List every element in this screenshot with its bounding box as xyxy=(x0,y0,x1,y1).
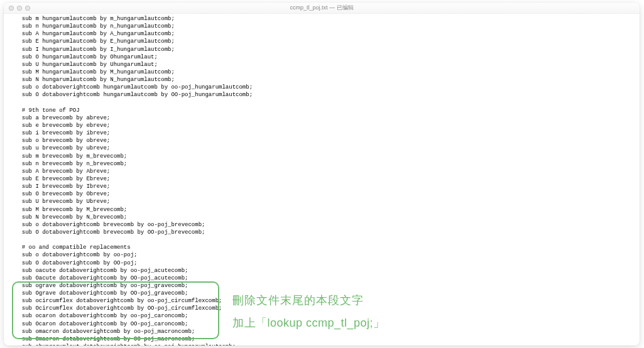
annotation-line-1: 刪除文件末尾的本段文字 xyxy=(232,289,385,312)
code-line: sub Omacron dotaboverightcomb by OO-poj_… xyxy=(15,335,640,343)
annotation-overlay: 刪除文件末尾的本段文字 加上「lookup ccmp_tl_poj;」 xyxy=(232,289,385,334)
code-line: sub ohungarumlaut dotaboverightcomb by o… xyxy=(15,343,640,345)
code-line: sub E brevecomb by Ebreve; xyxy=(15,175,640,183)
window-title: ccmp_tl_poj.txt — 已编辑 xyxy=(4,4,640,11)
code-line: sub e brevecomb by ebreve; xyxy=(15,122,640,129)
code-line: sub O dotaboverightcomb by OO-poj; xyxy=(15,259,640,267)
code-line: sub U brevecomb by Ubreve; xyxy=(15,198,640,205)
code-line: sub a brevecomb by abreve; xyxy=(15,114,640,122)
code-line: sub n brevecomb by n_brevecomb; xyxy=(15,160,640,168)
code-line: sub M brevecomb by M_brevecomb; xyxy=(15,206,640,214)
code-line: sub O dotaboverightcomb brevecomb by OO-… xyxy=(15,229,640,236)
code-line: sub u brevecomb by ubreve; xyxy=(15,144,640,152)
code-line xyxy=(15,236,640,244)
code-line: sub N brevecomb by N_brevecomb; xyxy=(15,214,640,221)
code-line: sub A hungarumlautcomb by A_hungarumlaut… xyxy=(15,30,640,38)
code-line: sub O hungarumlautcomb by Ohungarumlaut; xyxy=(15,53,640,61)
code-line: sub o dotaboverightcomb brevecomb by oo-… xyxy=(15,221,640,229)
code-line: sub i brevecomb by ibreve; xyxy=(15,129,640,137)
titlebar: ccmp_tl_poj.txt — 已编辑 xyxy=(4,3,640,14)
code-line: sub E hungarumlautcomb by E_hungarumlaut… xyxy=(15,38,640,45)
code-line: sub o dotaboverightcomb hungarumlautcomb… xyxy=(15,84,640,91)
code-line xyxy=(15,99,640,107)
code-line: sub Oacute dotaboverightcomb by OO-poj_a… xyxy=(15,275,640,282)
code-line: sub I brevecomb by Ibreve; xyxy=(15,183,640,190)
code-line: sub O dotaboverightcomb hungarumlautcomb… xyxy=(15,91,640,99)
code-line: sub n hungarumlautcomb by n_hungarumlaut… xyxy=(15,23,640,30)
code-line: sub o dotaboverightcomb by oo-poj; xyxy=(15,251,640,259)
code-line: sub A brevecomb by Abreve; xyxy=(15,168,640,175)
code-line: sub o brevecomb by obreve; xyxy=(15,137,640,144)
code-line: sub M hungarumlautcomb by M_hungarumlaut… xyxy=(15,68,640,76)
code-line: sub I hungarumlautcomb by I_hungarumlaut… xyxy=(15,46,640,53)
code-line: sub m brevecomb by m_brevecomb; xyxy=(15,153,640,160)
code-line: sub N hungarumlautcomb by N_hungarumlaut… xyxy=(15,76,640,84)
code-line: # 9th tone of POJ xyxy=(15,107,640,114)
code-line: # oo and compatible replacements xyxy=(15,244,640,251)
code-line: sub U hungarumlautcomb by Uhungarumlaut; xyxy=(15,61,640,68)
code-line: sub O brevecomb by Obreve; xyxy=(15,190,640,198)
annotation-line-2: 加上「lookup ccmp_tl_poj;」 xyxy=(232,312,385,334)
code-line: sub oacute dotaboverightcomb by oo-poj_a… xyxy=(15,267,640,275)
code-line: sub m hungarumlautcomb by m_hungarumlaut… xyxy=(15,15,640,23)
